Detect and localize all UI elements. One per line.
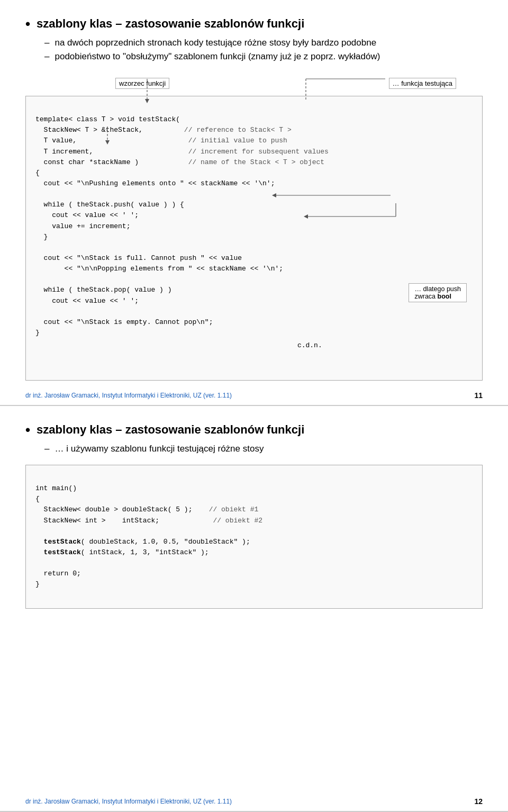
slide1-sub1: na dwóch poprzednich stronach kody testu… [44,38,483,48]
slide2-bullets: szablony klas – zastosowanie szablonów f… [25,423,483,454]
slide2-page-num: 12 [474,797,483,806]
slide1-main-text: szablony klas – zastosowanie szablonów f… [37,17,304,31]
s2-line-main: int main() [35,484,77,492]
slide1-sub2: podobieństwo to "obsłużymy" szablonem fu… [44,51,483,62]
code-line-blank2 [35,243,40,251]
code-line-stack: StackNew< T > &theStack, // reference to… [35,126,292,134]
dlatego-text2: zwraca [414,293,437,300]
code-line-val-inc: value += increment; [35,222,130,230]
code-line-increment: T increment, // increment for subsequent… [35,148,329,156]
code-line-cout-val: cout << value << ' '; [35,211,139,219]
slide1-sub2-text: podobieństwo to "obsłużymy" szablonem fu… [55,51,380,62]
slide2-code: int main() { StackNew< double > doubleSt… [25,465,483,609]
slide-1: szablony klas – zastosowanie szablonów f… [0,0,508,406]
slide1-footer: dr inż. Jarosław Gramacki, Instytut Info… [25,391,483,400]
code-line-blank4 [35,308,40,315]
s2-line-blank [35,527,40,535]
s2-line-test2: testStack( intStack, 1, 3, "intStack" ); [35,548,209,556]
s2-line-test1: testStack( doubleStack, 1.0, 0.5, "doubl… [35,538,250,546]
code-line-open: { [35,169,40,177]
slide1-footer-text: dr inż. Jarosław Gramacki, Instytut Info… [25,392,232,399]
slide1-page-num: 11 [474,391,483,400]
slide1-sub1-text: na dwóch poprzednich stronach kody testu… [55,38,376,48]
slide1-annotations: wzorzec funkcji … funkcja testująca temp… [25,70,483,381]
slide2-sub1-text: … i używamy szablonu funkcji testującej … [55,444,264,454]
code-line-template: template< class T > void testStack( [35,115,180,123]
s2-line-open: { [35,495,40,503]
slide1-code-wrapper: template< class T > void testStack( Stac… [25,96,483,381]
dlatego-box: … dlatego push zwraca bool [409,283,467,302]
s2-line-double: StackNew< double > doubleStack( 5 ); // … [35,506,258,513]
slide2-main-bullet: szablony klas – zastosowanie szablonów f… [25,423,483,438]
code-line-cdn: c.d.n. [35,340,473,351]
slide1-main-bullet: szablony klas – zastosowanie szablonów f… [25,17,483,32]
code-line-stackname: const char *stackName ) // name of the S… [35,158,324,166]
code-line-close2: } [35,329,40,337]
s2-teststack2-bold: testStack [44,548,81,556]
s2-teststack1-bold: testStack [44,538,81,546]
slide-2: szablony klas – zastosowanie szablonów f… [0,406,508,812]
ann-label-left: wzorzec funkcji [115,78,169,89]
slide1-bullets: szablony klas – zastosowanie szablonów f… [25,17,483,62]
code-line-while1: while ( theStack.push( value ) ) { [35,201,184,209]
slide2-sub1: … i używamy szablonu funkcji testującej … [44,444,483,454]
code-line-full2: << "\n\nPopping elements from " << stack… [35,265,283,273]
dlatego-text1: … dlatego push [414,285,461,293]
dlatego-bold: bool [438,293,451,300]
s2-line-close: } [35,580,40,588]
code-line-blank1 [35,190,40,198]
code-line-push-cout: cout << "\nPushing elements onto " << st… [35,179,275,187]
s2-line-blank2 [35,559,40,567]
code-line-close1: } [35,233,48,241]
s2-line-int: StackNew< int > intStack; // obiekt #2 [35,517,262,525]
code-line-empty: cout << "\nStack is empty. Cannot pop\n"… [35,318,213,326]
code-line-cout-val2: cout << value << ' '; [35,297,139,305]
code-line-while2: while ( theStack.pop( value ) ) [35,286,171,294]
slide1-code: template< class T > void testStack( Stac… [25,96,483,381]
s2-line-return: return 0; [35,570,81,578]
code-line-blank3 [35,275,40,283]
ann-label-right: … funkcja testująca [389,78,456,89]
code-line-value: T value, // initial value to push [35,137,287,145]
slide2-footer: dr inż. Jarosław Gramacki, Instytut Info… [25,797,483,806]
slide2-footer-text: dr inż. Jarosław Gramacki, Instytut Info… [25,798,232,805]
slide2-main-text: szablony klas – zastosowanie szablonów f… [37,423,304,437]
code-line-full1: cout << "\nStack is full. Cannot push " … [35,254,242,262]
